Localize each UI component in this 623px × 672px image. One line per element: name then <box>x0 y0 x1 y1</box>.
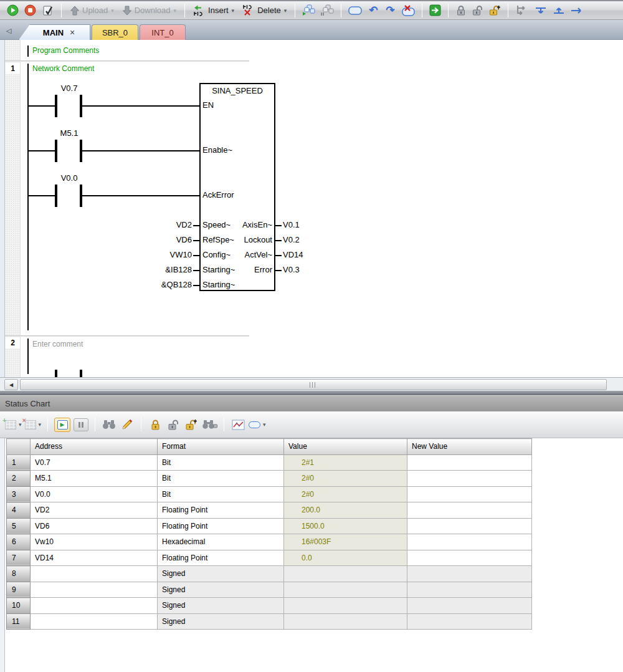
new-value-cell[interactable] <box>407 598 532 614</box>
delete-row-button[interactable]: × ▾ <box>25 416 42 433</box>
upload-button[interactable]: Upload ▾ <box>67 3 117 18</box>
network-2-number[interactable]: 2 <box>6 337 20 348</box>
address-display-button[interactable]: ▾ <box>249 416 266 433</box>
new-value-cell[interactable] <box>407 566 532 582</box>
format-cell[interactable]: Signed <box>158 613 284 630</box>
compile-button[interactable] <box>40 3 56 18</box>
tab-main[interactable]: MAIN × <box>19 24 90 40</box>
insert-network-button[interactable]: Insert ▾ <box>190 3 237 18</box>
run-button[interactable] <box>5 3 21 18</box>
insert-caret-icon[interactable]: ▾ <box>231 7 235 14</box>
chart-status-pause-button[interactable] <box>74 418 88 431</box>
column-header-format[interactable]: Format <box>158 439 284 455</box>
insert-row-button[interactable]: + ▾ <box>5 416 22 433</box>
chart-status-on-button[interactable]: ▶ <box>54 418 70 432</box>
address-cell[interactable]: VD14 <box>31 550 158 566</box>
format-cell[interactable]: Bit <box>158 486 284 502</box>
tab-scroll-left-button[interactable]: ◁ <box>4 25 14 36</box>
delete-caret-icon[interactable]: ▾ <box>283 7 287 14</box>
contact-bar[interactable] <box>55 140 57 162</box>
new-value-cell[interactable] <box>407 534 532 550</box>
format-cell[interactable]: Bit <box>158 471 284 487</box>
row-number[interactable]: 9 <box>7 582 31 598</box>
cancel-box-button[interactable] <box>399 3 417 18</box>
input-operand[interactable]: VD6 <box>150 235 192 244</box>
network-1-comment[interactable]: Network Comment <box>32 64 94 73</box>
format-cell[interactable]: Signed <box>158 582 284 598</box>
sina-speed-block[interactable]: SINA_SPEED EN Enable~ AckError Speed~ Re… <box>199 83 275 291</box>
delete-network-button[interactable]: Delete ▾ <box>239 3 290 18</box>
format-cell[interactable]: Hexadecimal <box>158 534 284 550</box>
undo-button[interactable]: ↶ <box>366 3 381 18</box>
box-tool-button[interactable] <box>346 3 364 18</box>
address-cell[interactable] <box>31 613 158 630</box>
editor-h-scrollbar[interactable]: ◀ <box>0 377 623 391</box>
step-over-button[interactable] <box>319 3 336 18</box>
new-value-cell[interactable] <box>407 486 532 502</box>
contact-address[interactable]: V0.7 <box>49 84 89 93</box>
row-number[interactable]: 10 <box>7 598 31 614</box>
download-button[interactable]: Download ▾ <box>119 3 179 18</box>
new-value-cell[interactable] <box>407 613 532 630</box>
format-cell[interactable]: Bit <box>158 454 284 471</box>
insert-row-caret-icon[interactable]: ▾ <box>18 421 22 428</box>
delete-row-caret-icon[interactable]: ▾ <box>38 421 42 428</box>
step-into-button[interactable] <box>300 3 317 18</box>
address-cell[interactable]: VD6 <box>31 518 158 534</box>
download-caret-icon[interactable]: ▾ <box>173 7 177 14</box>
row-number[interactable]: 11 <box>7 613 31 630</box>
contact-bar[interactable] <box>55 370 57 377</box>
unlock-button[interactable] <box>470 3 485 18</box>
tab-close-icon[interactable]: × <box>70 27 75 37</box>
row-number[interactable]: 5 <box>7 518 31 534</box>
format-cell[interactable]: Signed <box>158 566 284 582</box>
column-header-value[interactable]: Value <box>284 439 407 455</box>
row-number[interactable]: 2 <box>7 471 31 487</box>
input-operand[interactable]: &IB128 <box>150 265 192 274</box>
new-value-cell[interactable] <box>407 518 532 534</box>
trend-view-button[interactable] <box>231 416 245 433</box>
output-operand[interactable]: V0.3 <box>283 265 300 274</box>
output-operand[interactable]: V0.2 <box>283 235 300 244</box>
row-number[interactable]: 8 <box>7 566 31 582</box>
address-cell[interactable]: VD2 <box>31 502 158 519</box>
contact-address[interactable]: V0.0 <box>49 173 89 183</box>
address-display-caret-icon[interactable]: ▾ <box>262 421 266 428</box>
scroll-left-button[interactable]: ◀ <box>4 379 18 390</box>
new-value-cell[interactable] <box>407 550 532 566</box>
tab-int0[interactable]: INT_0 <box>140 24 186 40</box>
address-cell[interactable] <box>31 598 158 614</box>
goto-button[interactable] <box>427 3 443 18</box>
input-operand[interactable]: &QB128 <box>150 280 192 289</box>
program-comments[interactable]: Program Comments <box>32 46 99 55</box>
address-cell[interactable]: V0.0 <box>31 486 158 502</box>
upload-caret-icon[interactable]: ▾ <box>110 7 114 14</box>
column-header-address[interactable]: Address <box>31 439 158 455</box>
row-number[interactable]: 1 <box>7 454 31 471</box>
lock-button[interactable] <box>454 3 468 18</box>
format-cell[interactable]: Floating Point <box>158 502 284 519</box>
address-cell[interactable]: M5.1 <box>31 471 158 487</box>
new-value-cell[interactable] <box>407 582 532 598</box>
column-header-new-value[interactable]: New Value <box>407 439 532 455</box>
redo-button[interactable]: ↷ <box>383 3 397 18</box>
read-all-button[interactable] <box>102 416 117 433</box>
network-2-comment[interactable]: Enter comment <box>32 340 83 348</box>
new-value-cell[interactable] <box>407 454 532 471</box>
address-cell[interactable]: V0.7 <box>31 454 158 471</box>
network-1-number[interactable]: 1 <box>6 63 20 74</box>
contact-bar[interactable] <box>55 185 57 207</box>
tab-sbr0[interactable]: SBR_0 <box>92 24 138 40</box>
contact-bar[interactable] <box>80 370 82 377</box>
row-number[interactable]: 6 <box>7 534 31 550</box>
format-cell[interactable]: Floating Point <box>158 550 284 566</box>
contact-address[interactable]: M5.1 <box>49 128 89 138</box>
force-button[interactable] <box>148 416 163 433</box>
output-operand[interactable]: VD14 <box>283 250 303 259</box>
write-all-button[interactable] <box>120 416 135 433</box>
stop-button[interactable] <box>22 3 38 18</box>
address-cell[interactable] <box>31 582 158 598</box>
contact-bar[interactable] <box>55 95 57 117</box>
format-cell[interactable]: Floating Point <box>158 518 284 534</box>
branch-tool-button[interactable] <box>513 3 531 18</box>
